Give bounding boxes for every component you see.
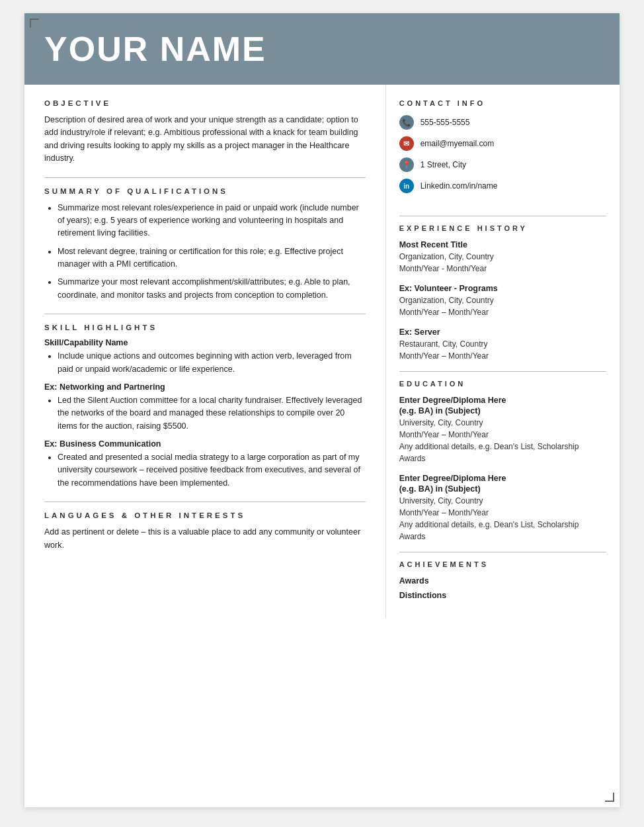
resume-page: YOUR NAME OBJECTIVE Description of desir… bbox=[24, 13, 620, 807]
edu-detail-2c: Any additional details, e.g. Dean's List… bbox=[399, 519, 606, 543]
edu-detail-1a: University, City, Country bbox=[399, 417, 606, 429]
list-item: Summarize your most relevant accomplishm… bbox=[58, 276, 366, 302]
exp-detail-2a: Organization, City, Country bbox=[399, 294, 606, 306]
skill-title-1: Skill/Capability Name bbox=[44, 338, 366, 347]
list-item: Most relevant degree, training or certif… bbox=[58, 245, 366, 271]
divider-3 bbox=[44, 501, 366, 502]
edu-subject-2: (e.g. BA) in (Subject) bbox=[399, 484, 606, 494]
experience-entry-2: Ex: Volunteer - Programs Organization, C… bbox=[399, 284, 606, 318]
exp-detail-3a: Restaurant, City, Country bbox=[399, 338, 606, 350]
address-icon: 📍 bbox=[399, 157, 414, 172]
list-item: Summarize most relevant roles/experience… bbox=[58, 202, 366, 240]
contact-linkedin: in Linkedin.com/in/name bbox=[399, 179, 606, 193]
header-name: YOUR NAME bbox=[44, 32, 600, 66]
objective-text: Description of desired area of work and … bbox=[44, 114, 366, 165]
skill-title-2: Ex: Networking and Partnering bbox=[44, 382, 366, 392]
exp-detail-1a: Organization, City, Country bbox=[399, 251, 606, 263]
list-item: Include unique actions and outcomes begi… bbox=[58, 350, 366, 376]
education-section: EDUCATION Enter Degree/Diploma Here (e.g… bbox=[399, 380, 606, 543]
exp-title-3: Ex: Server bbox=[399, 327, 606, 337]
edu-detail-1c: Any additional details, e.g. Dean's List… bbox=[399, 441, 606, 464]
skill-list-2: Led the Silent Auction committee for a l… bbox=[44, 394, 366, 433]
divider-1 bbox=[44, 177, 366, 178]
skill-list-3: Created and presented a social media str… bbox=[44, 451, 366, 490]
phone-icon: 📞 bbox=[399, 115, 414, 130]
skill-list-1: Include unique actions and outcomes begi… bbox=[44, 350, 366, 376]
exp-title-1: Most Recent Title bbox=[399, 240, 606, 249]
divider-2 bbox=[44, 314, 366, 314]
contact-heading: CONTACT INFO bbox=[399, 99, 606, 107]
list-item: Created and presented a social media str… bbox=[58, 451, 366, 490]
experience-heading: EXPERIENCE HISTORY bbox=[399, 224, 606, 232]
email-icon: ✉ bbox=[399, 136, 414, 151]
objective-section: OBJECTIVE Description of desired area of… bbox=[44, 99, 366, 165]
main-layout: OBJECTIVE Description of desired area of… bbox=[24, 85, 620, 619]
contact-section: CONTACT INFO 📞 555-555-5555 ✉ email@myem… bbox=[399, 85, 606, 206]
exp-title-2: Ex: Volunteer - Programs bbox=[399, 284, 606, 293]
corner-bracket-tl bbox=[30, 19, 39, 28]
education-heading: EDUCATION bbox=[399, 380, 606, 388]
achievement-item-2: Distinctions bbox=[399, 591, 606, 600]
corner-bracket-br bbox=[605, 793, 614, 802]
linkedin-icon: in bbox=[399, 179, 414, 193]
right-column: CONTACT INFO 📞 555-555-5555 ✉ email@myem… bbox=[386, 85, 620, 619]
experience-entry-1: Most Recent Title Organization, City, Co… bbox=[399, 240, 606, 275]
summary-heading: SUMMARY OF QUALIFICATIONS bbox=[44, 187, 366, 195]
languages-text: Add as pertinent or delete – this is a v… bbox=[44, 526, 366, 552]
address-text: 1 Street, City bbox=[421, 160, 466, 169]
linkedin-text: Linkedin.com/in/name bbox=[421, 181, 498, 191]
edu-detail-2a: University, City, Country bbox=[399, 495, 606, 507]
achievements-section: ACHIEVEMENTS Awards Distinctions bbox=[399, 560, 606, 600]
summary-section: SUMMARY OF QUALIFICATIONS Summarize most… bbox=[44, 187, 366, 302]
skill-title-3: Ex: Business Communication bbox=[44, 439, 366, 449]
objective-heading: OBJECTIVE bbox=[44, 99, 366, 107]
edu-entry-1: Enter Degree/Diploma Here (e.g. BA) in (… bbox=[399, 396, 606, 464]
edu-degree-1: Enter Degree/Diploma Here bbox=[399, 396, 606, 405]
experience-section: EXPERIENCE HISTORY Most Recent Title Org… bbox=[399, 224, 606, 362]
exp-detail-1b: Month/Year - Month/Year bbox=[399, 263, 606, 275]
exp-detail-2b: Month/Year – Month/Year bbox=[399, 306, 606, 318]
languages-section: LANGUAGES & OTHER INTERESTS Add as perti… bbox=[44, 511, 366, 552]
contact-address: 📍 1 Street, City bbox=[399, 157, 606, 172]
edu-entry-2: Enter Degree/Diploma Here (e.g. BA) in (… bbox=[399, 474, 606, 543]
skills-section: SKILL HIGHLIGHTS Skill/Capability Name I… bbox=[44, 324, 366, 490]
experience-entry-3: Ex: Server Restaurant, City, Country Mon… bbox=[399, 327, 606, 362]
languages-heading: LANGUAGES & OTHER INTERESTS bbox=[44, 511, 366, 519]
list-item: Led the Silent Auction committee for a l… bbox=[58, 394, 366, 433]
phone-text: 555-555-5555 bbox=[421, 118, 470, 127]
summary-list: Summarize most relevant roles/experience… bbox=[44, 202, 366, 302]
exp-detail-3b: Month/Year – Month/Year bbox=[399, 350, 606, 362]
edu-detail-1b: Month/Year – Month/Year bbox=[399, 429, 606, 441]
achievements-heading: ACHIEVEMENTS bbox=[399, 560, 606, 568]
email-text: email@myemail.com bbox=[421, 139, 495, 148]
sidebar-divider-1 bbox=[399, 216, 606, 216]
left-column: OBJECTIVE Description of desired area of… bbox=[24, 85, 386, 619]
achievement-item-1: Awards bbox=[399, 576, 606, 586]
sidebar-divider-2 bbox=[399, 371, 606, 372]
edu-subject-1: (e.g. BA) in (Subject) bbox=[399, 406, 606, 415]
header: YOUR NAME bbox=[24, 13, 620, 85]
contact-email: ✉ email@myemail.com bbox=[399, 136, 606, 151]
sidebar-divider-3 bbox=[399, 552, 606, 552]
contact-phone: 📞 555-555-5555 bbox=[399, 115, 606, 130]
edu-detail-2b: Month/Year – Month/Year bbox=[399, 507, 606, 519]
skills-heading: SKILL HIGHLIGHTS bbox=[44, 324, 366, 331]
edu-degree-2: Enter Degree/Diploma Here bbox=[399, 474, 606, 483]
